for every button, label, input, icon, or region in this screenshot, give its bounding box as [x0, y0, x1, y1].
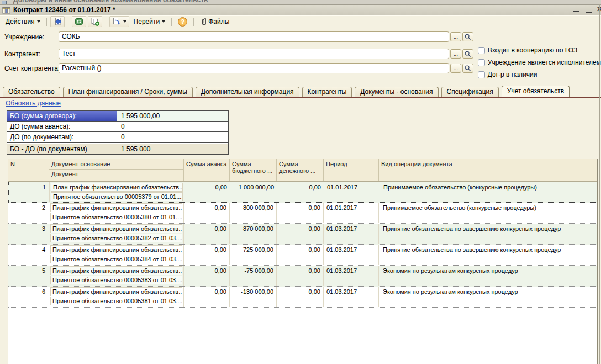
checkbox[interactable]	[478, 71, 485, 78]
summary-value: 0	[117, 132, 228, 142]
cell-monetary-amount[interactable]: 0,00	[277, 224, 324, 244]
cell-operation-type[interactable]: Принятие обязательства по завершению кон…	[379, 245, 597, 265]
cell-advance-amount[interactable]: 0,00	[184, 182, 230, 202]
copy-button[interactable]	[88, 16, 102, 27]
column-header-basis[interactable]: Документ-основание Документ	[49, 159, 184, 181]
field-magnifier-button[interactable]	[462, 64, 473, 73]
cell-row-number[interactable]: 4	[8, 245, 49, 265]
cell-advance-amount[interactable]: 0,00	[184, 224, 230, 244]
cell-monetary-amount[interactable]: 0,00	[277, 266, 324, 286]
cell-budget-amount[interactable]: 870 000,00	[230, 224, 277, 244]
cell-period[interactable]: 01.03.2017	[324, 224, 379, 244]
cell-row-number[interactable]: 2	[8, 203, 49, 223]
cell-basis[interactable]: План-график финансирования обязательств.…	[49, 203, 184, 223]
magnifier-icon	[464, 65, 471, 72]
checkbox-row: Учреждение является исполнителем	[478, 58, 601, 67]
field-magnifier-button[interactable]	[462, 32, 473, 41]
cell-basis[interactable]: План-график финансирования обязательств.…	[50, 182, 184, 202]
cell-budget-amount[interactable]: -130 000,00	[230, 287, 277, 307]
save-button[interactable]	[50, 16, 65, 27]
refresh-data-link[interactable]: Обновить данные	[6, 99, 61, 107]
summary-label: БО (сумма договора):	[7, 111, 117, 121]
tab-контрагенты[interactable]: Контрагенты	[302, 87, 352, 97]
cell-period[interactable]: 01.03.2017	[324, 287, 379, 307]
tab-обязательство[interactable]: Обязательство	[3, 87, 60, 97]
window-controls: ✕	[572, 6, 601, 13]
cell-monetary-amount[interactable]: 0,00	[277, 203, 324, 223]
field-label: Учреждение:	[4, 33, 59, 41]
cell-budget-amount[interactable]: 800 000,00	[230, 203, 277, 223]
toolbar-separator	[68, 18, 68, 26]
cell-period[interactable]: 01.03.2017	[324, 266, 379, 286]
cell-advance-amount[interactable]: 0,00	[184, 287, 230, 307]
cell-budget-amount[interactable]: 1 000 000,00	[230, 182, 277, 202]
cell-basis[interactable]: План-график финансирования обязательств.…	[49, 224, 184, 244]
table-row[interactable]: 5План-график финансирования обязательств…	[8, 266, 597, 287]
tab-учет-обязательств[interactable]: Учет обязательств	[502, 86, 570, 97]
goto-menu-button[interactable]: Перейти	[131, 16, 168, 27]
table-row[interactable]: 1План-график финансирования обязательств…	[8, 182, 597, 203]
checkbox[interactable]	[478, 47, 485, 54]
field-ellipsis-button[interactable]: ...	[450, 64, 461, 73]
cell-operation-type[interactable]: Принятие обязательства по завершению кон…	[379, 224, 597, 244]
toolbar-separator	[171, 18, 172, 26]
cell-monetary-amount[interactable]: 0,00	[277, 287, 324, 307]
cell-operation-type[interactable]: Принимаемое обязательство (конкурсные пр…	[379, 182, 597, 202]
column-header-operation[interactable]: Вид операции документа	[379, 159, 597, 181]
cell-advance-amount[interactable]: 0,00	[184, 245, 230, 265]
column-header-monetary[interactable]: Сумма денежного ...	[277, 159, 324, 181]
cell-operation-type[interactable]: Экономия по результатам конкурсных проце…	[379, 266, 597, 286]
table-row[interactable]: 3План-график финансирования обязательств…	[8, 224, 597, 245]
cell-basis[interactable]: План-график финансирования обязательств.…	[49, 266, 184, 286]
table-row[interactable]: 4План-график финансирования обязательств…	[8, 245, 597, 266]
cell-advance-amount[interactable]: 0,00	[184, 266, 230, 286]
cell-row-number[interactable]: 3	[8, 224, 49, 244]
document-line: Принятое обязательство 00005384 от 01.03…	[50, 255, 182, 263]
column-header-budget[interactable]: Сумма бюджетного ...	[230, 159, 277, 181]
cell-basis[interactable]: План-график финансирования обязательств.…	[49, 287, 184, 307]
cell-period[interactable]: 01.03.2017	[324, 245, 379, 265]
field-magnifier-button[interactable]	[462, 49, 473, 59]
cell-monetary-amount[interactable]: 0,00	[277, 182, 324, 202]
tab-документы-основания[interactable]: Документы - основания	[355, 87, 438, 97]
save-icon	[53, 17, 62, 26]
cell-advance-amount[interactable]: 0,00	[184, 203, 230, 223]
column-header-advance[interactable]: Сумма аванса	[184, 159, 230, 181]
tab-план-финансирования-сроки-суммы[interactable]: План финансирования / Сроки, суммы	[63, 87, 193, 97]
actions-menu-button[interactable]: Действия	[3, 16, 43, 27]
minimize-button[interactable]	[572, 6, 581, 13]
cell-period[interactable]: 01.01.2017	[324, 182, 379, 202]
cell-budget-amount[interactable]: -75 000,00	[230, 266, 277, 286]
checkbox[interactable]	[478, 59, 485, 66]
field-input[interactable]: Расчетный ()	[59, 63, 449, 73]
cell-monetary-amount[interactable]: 0,00	[277, 245, 324, 265]
table-row[interactable]: 6План-график финансирования обязательств…	[8, 287, 597, 308]
field-input[interactable]: Тест	[59, 49, 449, 59]
cell-basis[interactable]: План-график финансирования обязательств.…	[49, 245, 184, 265]
cell-row-number[interactable]: 5	[8, 266, 49, 286]
cell-operation-type[interactable]: Принимаемое обязательство (конкурсные пр…	[379, 203, 597, 223]
cell-row-number[interactable]: 6	[8, 287, 49, 307]
basis-document-line: План-график финансирования обязательств.…	[50, 224, 182, 233]
field-input[interactable]: СОКБ	[59, 31, 449, 42]
maximize-button[interactable]	[584, 6, 593, 13]
files-button[interactable]: Файлы	[197, 16, 232, 27]
form-fields: Учреждение:СОКБ...Контрагент:Тест...Счет…	[4, 31, 473, 82]
refresh-button[interactable]	[72, 16, 86, 27]
field-ellipsis-button[interactable]: ...	[450, 49, 461, 59]
field-ellipsis-button[interactable]: ...	[450, 32, 461, 41]
checkbox-label: Дог-р в наличии	[488, 71, 537, 78]
cell-row-number[interactable]: 1	[9, 182, 50, 202]
cell-budget-amount[interactable]: 725 000,00	[230, 245, 277, 265]
tab-дополнительная-информация[interactable]: Дополнительная информация	[196, 87, 299, 97]
tab-спецификация[interactable]: Спецификация	[441, 87, 499, 97]
form-header: Учреждение:СОКБ...Контрагент:Тест...Счет…	[0, 28, 601, 86]
cell-period[interactable]: 01.01.2017	[324, 203, 379, 223]
summary-row: БО - ДО (по документам)1 595 000	[7, 143, 228, 154]
open-related-button[interactable]	[109, 16, 129, 27]
help-button[interactable]: ?	[175, 16, 190, 27]
table-row[interactable]: 2План-график финансирования обязательств…	[8, 203, 597, 224]
cell-operation-type[interactable]: Экономия по результатам конкурсных проце…	[379, 287, 597, 307]
column-header-period[interactable]: Период	[324, 159, 379, 181]
column-header-n[interactable]: N	[8, 159, 49, 181]
